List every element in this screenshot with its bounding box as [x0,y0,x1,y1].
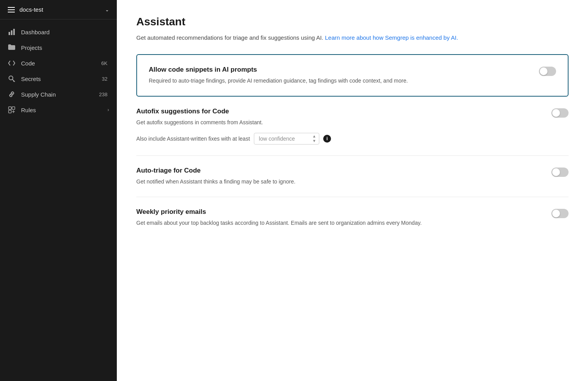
page-title: Assistant [136,16,569,28]
sidebar-item-rules[interactable]: Rules › [0,102,117,118]
code-snippets-text: Allow code snippets in AI prompts Requir… [149,66,531,85]
auto-triage-text: Auto-triage for Code Get notified when A… [136,167,544,186]
sidebar-item-label-rules: Rules [21,107,102,113]
confidence-select-wrapper: low confidence medium confidence high co… [254,133,319,145]
sidebar-item-label-supply-chain: Supply Chain [21,91,92,98]
sidebar-header: docs-test ⌄ [0,0,117,19]
main-content: Assistant Get automated recommendations … [117,0,588,381]
page-description: Get automated recommendations for triage… [136,34,569,42]
auto-triage-title: Auto-triage for Code [136,167,544,175]
autofix-title: Autofix suggestions for Code [136,108,544,115]
svg-rect-6 [9,107,11,109]
autofix-section: Autofix suggestions for Code Get autofix… [136,97,569,156]
weekly-emails-text: Weekly priority emails Get emails about … [136,208,544,227]
confidence-label: Also include Assistant-written fixes wit… [136,136,250,142]
confidence-select[interactable]: low confidence medium confidence high co… [254,133,319,145]
weekly-emails-section: Weekly priority emails Get emails about … [136,197,569,238]
info-icon[interactable]: i [323,135,331,143]
autofix-text: Autofix suggestions for Code Get autofix… [136,108,544,145]
code-snippets-title: Allow code snippets in AI prompts [149,66,531,74]
weekly-emails-toggle[interactable] [551,209,569,218]
supply-chain-badge: 238 [97,92,109,97]
sidebar: docs-test ⌄ Dashboard Projects [0,0,117,381]
code-snippets-toggle[interactable] [539,67,556,76]
secrets-badge: 32 [100,76,109,82]
auto-triage-toggle-container [551,167,569,177]
autofix-desc: Get autofix suggestions in comments from… [136,118,544,127]
page-description-text: Get automated recommendations for triage… [136,34,325,41]
sidebar-nav: Dashboard Projects Code 6K [0,19,117,381]
learn-more-link[interactable]: Learn more about how Semgrep is enhanced… [325,34,458,41]
key-icon [8,75,16,83]
code-snippets-section: Allow code snippets in AI prompts Requir… [149,66,556,85]
hamburger-icon[interactable] [8,7,15,12]
auto-triage-toggle[interactable] [551,168,569,177]
weekly-emails-title: Weekly priority emails [136,208,544,216]
autofix-section-inner: Autofix suggestions for Code Get autofix… [136,108,569,145]
chart-icon [8,28,16,36]
weekly-emails-toggle-container [551,208,569,218]
code-snippets-desc: Required to auto-triage findings, provid… [149,77,531,85]
chevron-down-icon[interactable]: ⌄ [105,7,109,12]
confidence-row: Also include Assistant-written fixes wit… [136,133,544,145]
weekly-emails-section-inner: Weekly priority emails Get emails about … [136,208,569,227]
auto-triage-desc: Get notified when Assistant thinks a fin… [136,178,544,186]
sidebar-item-label-secrets: Secrets [21,76,95,82]
autofix-toggle[interactable] [551,108,569,118]
code-snippets-toggle-container [539,66,556,76]
auto-triage-section: Auto-triage for Code Get notified when A… [136,156,569,197]
sidebar-item-dashboard[interactable]: Dashboard [0,24,117,40]
sidebar-item-label-projects: Projects [21,44,109,51]
code-badge: 6K [100,60,109,66]
sidebar-item-label-code: Code [21,60,94,67]
rules-chevron-icon: › [107,107,109,113]
auto-triage-section-inner: Auto-triage for Code Get notified when A… [136,167,569,186]
sidebar-item-projects[interactable]: Projects [0,40,117,55]
svg-rect-8 [12,107,15,109]
autofix-toggle-container [551,108,569,118]
sidebar-item-secrets[interactable]: Secrets 32 [0,71,117,86]
svg-rect-2 [13,29,15,35]
sidebar-item-supply-chain[interactable]: Supply Chain 238 [0,86,117,102]
code-icon [8,59,16,67]
svg-rect-1 [11,30,12,35]
sidebar-title: docs-test [19,6,43,13]
folder-icon [8,44,16,51]
rules-icon [8,106,16,114]
sidebar-item-label-dashboard: Dashboard [21,29,109,35]
sidebar-item-code[interactable]: Code 6K [0,55,117,71]
svg-rect-0 [9,32,10,35]
code-snippets-card: Allow code snippets in AI prompts Requir… [136,54,569,97]
svg-rect-7 [9,110,11,113]
weekly-emails-desc: Get emails about your top backlog tasks … [136,219,544,227]
sidebar-header-left: docs-test [8,6,43,13]
link-icon [8,90,16,98]
